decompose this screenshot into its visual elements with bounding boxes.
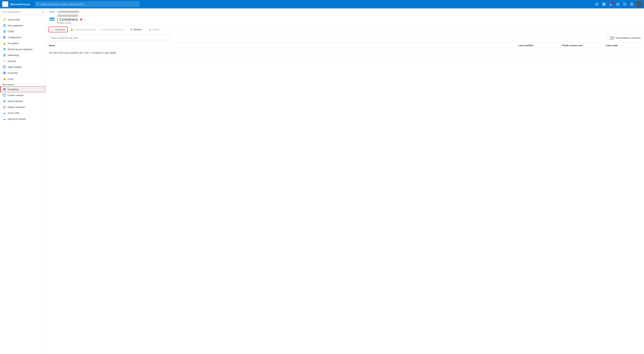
sidebar-item-label: Networking [8, 54, 19, 56]
security-icon: 🛡 [3, 60, 6, 62]
search-icon: 🔍 [37, 3, 40, 6]
add-icon: + [51, 28, 52, 31]
global-search-bar[interactable]: 🔍 [35, 2, 140, 7]
sidebar-item-networking[interactable]: 🌐 Networking [0, 52, 45, 58]
properties-icon [3, 71, 6, 74]
sidebar-item-add-azure-search[interactable]: ☁ Add Azure Search [0, 116, 45, 122]
sidebar-item-cors[interactable]: 🌐 CORS [0, 28, 45, 34]
change-access-level-button[interactable]: 🔒 Change access level [68, 27, 98, 32]
svg-rect-28 [4, 94, 5, 96]
svg-rect-5 [604, 4, 605, 6]
breadcrumb-account [58, 11, 79, 13]
storage-icon-bar-1 [50, 18, 54, 18]
account-icon[interactable] [629, 1, 635, 7]
resource-name-redacted [57, 14, 78, 17]
sidebar-nav: 🔑 Access keys 🌐 Geo-replication 🌐 CORS C… [0, 16, 45, 354]
svg-rect-20 [3, 72, 4, 73]
sidebar-search-wrap: 🔍 « [0, 8, 45, 16]
svg-rect-14 [3, 38, 6, 38]
sidebar-item-label: Azure CDN [8, 112, 19, 114]
table-area: Name Last modified Public access level L… [45, 42, 644, 354]
sidebar-collapse-button[interactable]: « [42, 11, 44, 14]
storage-icon [50, 18, 54, 21]
geo-replication-icon: 🌐 [3, 24, 6, 27]
svg-rect-19 [4, 67, 5, 68]
settings-icon[interactable] [615, 1, 621, 7]
refresh-button[interactable]: ↻ Refresh [128, 27, 144, 32]
col-lease-state: Lease state [606, 44, 640, 47]
show-deleted-wrap: Show deleted containers [607, 36, 640, 40]
containers-icon [3, 88, 6, 91]
data-protection-icon [3, 100, 6, 103]
notifications-icon[interactable]: 2 [608, 1, 614, 7]
sidebar-item-static-website[interactable]: Static website [0, 64, 45, 70]
svg-rect-4 [602, 4, 604, 6]
sidebar-item-data-protection[interactable]: Data protection [0, 98, 45, 104]
help-icon[interactable]: ? [622, 1, 628, 7]
svg-rect-12 [3, 36, 6, 37]
sidebar-item-label: Containers [8, 88, 19, 91]
sidebar-item-containers[interactable]: Containers [0, 86, 45, 92]
sidebar-item-label: Static website [8, 66, 22, 68]
page-header: | Containers 📌 ··· Storage account [45, 13, 644, 26]
sidebar-item-label: Access keys [8, 18, 20, 21]
sidebar-item-label: Add Azure Search [8, 118, 26, 120]
svg-rect-23 [4, 73, 6, 74]
global-search-input[interactable] [41, 3, 138, 6]
sidebar-item-azure-cdn[interactable]: ☁ Azure CDN [0, 110, 45, 116]
svg-rect-18 [4, 66, 4, 67]
svg-point-30 [4, 100, 5, 102]
sidebar-item-access-keys[interactable]: 🔑 Access keys [0, 16, 45, 22]
lock-icon: 🔒 [70, 28, 73, 31]
sidebar-search-input[interactable] [2, 10, 44, 14]
sidebar-item-label: Data protection [8, 100, 23, 102]
show-deleted-label: Show deleted containers [616, 36, 640, 39]
col-last-modified: Last modified [518, 44, 562, 47]
cors-icon: 🌐 [3, 30, 6, 33]
sidebar: 🔍 « 🔑 Access keys 🌐 Geo-replication 🌐 CO… [0, 8, 45, 354]
avatar[interactable] [636, 2, 642, 7]
add-container-label: + Container [54, 28, 65, 31]
table-header: Name Last modified Public access level L… [49, 42, 640, 48]
pin-button[interactable]: 📌 [79, 18, 83, 21]
sidebar-item-properties[interactable]: Properties [0, 70, 45, 76]
breadcrumb-separator: > [56, 10, 58, 13]
breadcrumb-home[interactable]: Home [49, 10, 55, 13]
blob-service-section-label: Blob service [0, 82, 45, 86]
sidebar-item-security[interactable]: 🛡 Security [0, 58, 45, 64]
svg-rect-25 [3, 89, 6, 90]
svg-point-16 [4, 49, 5, 50]
cloud-shell-icon[interactable] [594, 1, 600, 7]
change-access-label: Change access level [74, 28, 95, 31]
add-container-button[interactable]: + + Container [49, 27, 67, 32]
delete-button[interactable]: 🗑 Delete [147, 27, 161, 32]
svg-point-33 [4, 107, 5, 108]
col-public-access: Public access level [562, 44, 606, 47]
restore-dropdown-icon: ▾ [124, 28, 125, 31]
restore-containers-button[interactable]: ↺ Restore containers ▾ [98, 27, 128, 32]
svg-rect-21 [4, 72, 6, 73]
sidebar-item-shared-access-signature[interactable]: Shared access signature [0, 46, 45, 52]
sidebar-item-custom-domain[interactable]: Custom domain [0, 92, 45, 98]
directory-icon[interactable] [601, 1, 607, 7]
delete-icon: 🗑 [149, 28, 152, 31]
sidebar-item-encryption[interactable]: 🔒 Encryption [0, 40, 45, 46]
sidebar-item-label: Geo-replication [8, 24, 23, 27]
topbar: ☰ Microsoft Azure 🔍 2 ? [0, 0, 644, 8]
show-deleted-toggle[interactable] [607, 36, 614, 40]
more-options-button[interactable]: ··· [84, 18, 86, 21]
sidebar-item-geo-replication[interactable]: 🌐 Geo-replication [0, 22, 45, 28]
main-layout: 🔍 « 🔑 Access keys 🌐 Geo-replication 🌐 CO… [0, 8, 644, 354]
search-bar: Show deleted containers [45, 34, 644, 42]
sidebar-item-object-replication[interactable]: Object replication [0, 104, 45, 110]
refresh-label: Refresh [134, 28, 142, 31]
sidebar-item-label: Shared access signature [8, 48, 32, 50]
hamburger-menu[interactable]: ☰ [2, 1, 8, 7]
container-search-input[interactable] [49, 36, 171, 40]
svg-text:?: ? [624, 3, 625, 6]
refresh-icon: ↻ [130, 28, 132, 31]
configuration-icon [3, 36, 6, 39]
sidebar-item-configuration[interactable]: Configuration [0, 34, 45, 40]
content-area: Home > | Containers 📌 ··· Storage [45, 8, 644, 354]
sidebar-item-locks[interactable]: 🔒 Locks [0, 76, 45, 82]
